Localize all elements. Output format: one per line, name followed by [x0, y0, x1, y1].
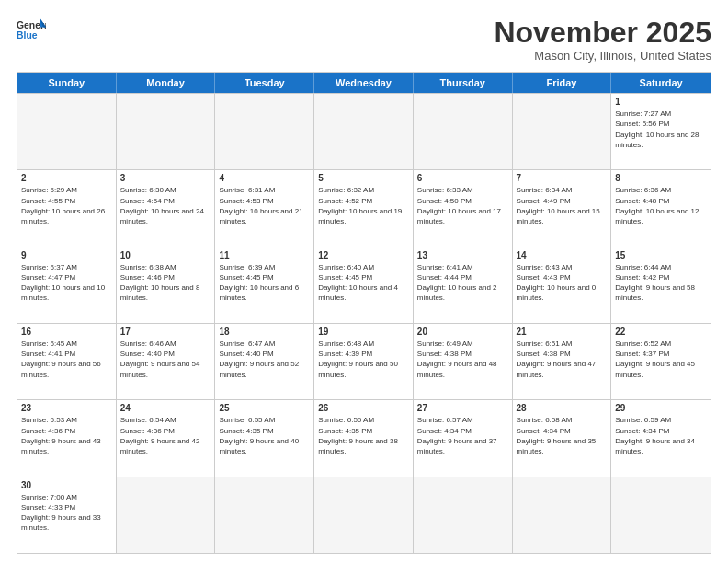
day-cell-22: 22Sunrise: 6:52 AM Sunset: 4:37 PM Dayli… — [611, 324, 711, 399]
sun-info: Sunrise: 6:33 AM Sunset: 4:50 PM Dayligh… — [417, 185, 508, 226]
day-number: 22 — [615, 327, 707, 337]
sun-info: Sunrise: 6:38 AM Sunset: 4:46 PM Dayligh… — [120, 262, 211, 304]
week-row-4: 23Sunrise: 6:53 AM Sunset: 4:36 PM Dayli… — [17, 399, 711, 476]
sun-info: Sunrise: 6:43 AM Sunset: 4:43 PM Dayligh… — [517, 262, 608, 304]
day-number: 17 — [120, 327, 211, 337]
header-friday: Friday — [513, 73, 612, 93]
day-cell-1: 1Sunrise: 7:27 AM Sunset: 5:56 PM Daylig… — [611, 94, 711, 169]
day-cell-10: 10Sunrise: 6:38 AM Sunset: 4:46 PM Dayli… — [117, 247, 216, 323]
day-number: 9 — [21, 250, 112, 260]
sun-info: Sunrise: 6:59 AM Sunset: 4:34 PM Dayligh… — [615, 415, 707, 456]
sun-info: Sunrise: 6:48 AM Sunset: 4:39 PM Dayligh… — [318, 339, 409, 380]
day-cell-23: 23Sunrise: 6:53 AM Sunset: 4:36 PM Dayli… — [17, 400, 117, 476]
calendar-header: Sunday Monday Tuesday Wednesday Thursday… — [17, 73, 711, 93]
sun-info: Sunrise: 6:58 AM Sunset: 4:34 PM Dayligh… — [517, 415, 608, 456]
day-number: 6 — [417, 173, 508, 183]
day-cell-15: 15Sunrise: 6:44 AM Sunset: 4:42 PM Dayli… — [611, 247, 711, 323]
sun-info: Sunrise: 6:29 AM Sunset: 4:55 PM Dayligh… — [21, 185, 112, 226]
day-number: 25 — [219, 403, 310, 413]
day-number: 7 — [517, 173, 608, 183]
sun-info: Sunrise: 6:52 AM Sunset: 4:37 PM Dayligh… — [615, 339, 707, 380]
month-title: November 2025 — [494, 17, 711, 49]
day-cell-empty — [117, 94, 216, 169]
day-cell-empty — [414, 477, 513, 553]
title-area: November 2025 Mason City, Illinois, Unit… — [494, 17, 711, 63]
day-cell-27: 27Sunrise: 6:57 AM Sunset: 4:34 PM Dayli… — [414, 400, 513, 476]
day-number: 2 — [21, 173, 112, 183]
day-cell-2: 2Sunrise: 6:29 AM Sunset: 4:55 PM Daylig… — [17, 170, 117, 246]
header-thursday: Thursday — [414, 73, 513, 93]
sun-info: Sunrise: 6:47 AM Sunset: 4:40 PM Dayligh… — [219, 339, 310, 380]
day-number: 29 — [615, 403, 707, 413]
day-cell-20: 20Sunrise: 6:49 AM Sunset: 4:38 PM Dayli… — [414, 324, 513, 399]
day-number: 14 — [517, 250, 608, 260]
day-cell-empty — [314, 94, 414, 169]
day-cell-26: 26Sunrise: 6:56 AM Sunset: 4:35 PM Dayli… — [314, 400, 414, 476]
day-cell-empty — [117, 477, 216, 553]
sun-info: Sunrise: 6:46 AM Sunset: 4:40 PM Dayligh… — [120, 339, 211, 380]
header-wednesday: Wednesday — [314, 73, 414, 93]
calendar: Sunday Monday Tuesday Wednesday Thursday… — [17, 72, 711, 554]
day-number: 19 — [318, 327, 409, 337]
header-saturday: Saturday — [611, 73, 711, 93]
logo: General Blue — [17, 17, 46, 42]
day-cell-empty — [215, 477, 314, 553]
day-number: 30 — [21, 480, 112, 490]
location: Mason City, Illinois, United States — [494, 49, 711, 63]
day-cell-19: 19Sunrise: 6:48 AM Sunset: 4:39 PM Dayli… — [314, 324, 414, 399]
sun-info: Sunrise: 6:54 AM Sunset: 4:36 PM Dayligh… — [120, 415, 211, 456]
sun-info: Sunrise: 6:36 AM Sunset: 4:48 PM Dayligh… — [615, 185, 707, 226]
day-number: 5 — [318, 173, 409, 183]
day-cell-21: 21Sunrise: 6:51 AM Sunset: 4:38 PM Dayli… — [513, 324, 612, 399]
sun-info: Sunrise: 6:44 AM Sunset: 4:42 PM Dayligh… — [615, 262, 707, 304]
generalblue-logo-icon: General Blue — [17, 17, 46, 42]
day-number: 13 — [417, 250, 508, 260]
header-tuesday: Tuesday — [215, 73, 314, 93]
day-cell-24: 24Sunrise: 6:54 AM Sunset: 4:36 PM Dayli… — [117, 400, 216, 476]
day-cell-14: 14Sunrise: 6:43 AM Sunset: 4:43 PM Dayli… — [513, 247, 612, 323]
day-number: 28 — [517, 403, 608, 413]
day-cell-3: 3Sunrise: 6:30 AM Sunset: 4:54 PM Daylig… — [117, 170, 216, 246]
week-row-2: 9Sunrise: 6:37 AM Sunset: 4:47 PM Daylig… — [17, 247, 711, 323]
calendar-body: 1Sunrise: 7:27 AM Sunset: 5:56 PM Daylig… — [17, 93, 711, 553]
day-cell-25: 25Sunrise: 6:55 AM Sunset: 4:35 PM Dayli… — [215, 400, 314, 476]
sun-info: Sunrise: 6:51 AM Sunset: 4:38 PM Dayligh… — [517, 339, 608, 380]
sun-info: Sunrise: 7:27 AM Sunset: 5:56 PM Dayligh… — [615, 109, 707, 150]
day-number: 27 — [417, 403, 508, 413]
sun-info: Sunrise: 6:55 AM Sunset: 4:35 PM Dayligh… — [219, 415, 310, 456]
sun-info: Sunrise: 6:32 AM Sunset: 4:52 PM Dayligh… — [318, 185, 409, 226]
week-row-0: 1Sunrise: 7:27 AM Sunset: 5:56 PM Daylig… — [17, 93, 711, 169]
sun-info: Sunrise: 6:30 AM Sunset: 4:54 PM Dayligh… — [120, 185, 211, 226]
day-number: 23 — [21, 403, 112, 413]
day-number: 3 — [120, 173, 211, 183]
day-cell-empty — [414, 94, 513, 169]
sun-info: Sunrise: 6:37 AM Sunset: 4:47 PM Dayligh… — [21, 262, 112, 304]
page: General Blue November 2025 Mason City, I… — [0, 0, 728, 563]
week-row-5: 30Sunrise: 7:00 AM Sunset: 4:33 PM Dayli… — [17, 477, 711, 553]
day-cell-12: 12Sunrise: 6:40 AM Sunset: 4:45 PM Dayli… — [314, 247, 414, 323]
day-number: 20 — [417, 327, 508, 337]
day-cell-11: 11Sunrise: 6:39 AM Sunset: 4:45 PM Dayli… — [215, 247, 314, 323]
day-number: 16 — [21, 327, 112, 337]
day-number: 15 — [615, 250, 707, 260]
day-cell-29: 29Sunrise: 6:59 AM Sunset: 4:34 PM Dayli… — [611, 400, 711, 476]
day-cell-empty — [513, 94, 612, 169]
day-number: 4 — [219, 173, 310, 183]
day-cell-empty — [17, 94, 117, 169]
sun-info: Sunrise: 6:34 AM Sunset: 4:49 PM Dayligh… — [517, 185, 608, 226]
day-cell-empty — [215, 94, 314, 169]
day-cell-16: 16Sunrise: 6:45 AM Sunset: 4:41 PM Dayli… — [17, 324, 117, 399]
sun-info: Sunrise: 6:49 AM Sunset: 4:38 PM Dayligh… — [417, 339, 508, 380]
day-number: 11 — [219, 250, 310, 260]
sun-info: Sunrise: 6:53 AM Sunset: 4:36 PM Dayligh… — [21, 415, 112, 456]
day-number: 12 — [318, 250, 409, 260]
day-number: 18 — [219, 327, 310, 337]
day-cell-17: 17Sunrise: 6:46 AM Sunset: 4:40 PM Dayli… — [117, 324, 216, 399]
sun-info: Sunrise: 7:00 AM Sunset: 4:33 PM Dayligh… — [21, 492, 112, 534]
day-number: 8 — [615, 173, 707, 183]
sun-info: Sunrise: 6:41 AM Sunset: 4:44 PM Dayligh… — [417, 262, 508, 304]
svg-text:Blue: Blue — [17, 30, 38, 40]
header: General Blue November 2025 Mason City, I… — [17, 17, 711, 63]
day-cell-13: 13Sunrise: 6:41 AM Sunset: 4:44 PM Dayli… — [414, 247, 513, 323]
day-cell-9: 9Sunrise: 6:37 AM Sunset: 4:47 PM Daylig… — [17, 247, 117, 323]
